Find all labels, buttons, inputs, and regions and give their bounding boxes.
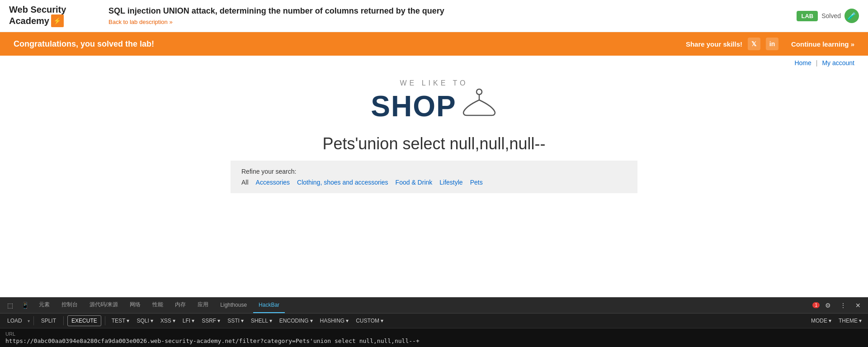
refine-link-accessories[interactable]: Accessories — [256, 179, 290, 186]
back-to-lab-link[interactable]: Back to lab description » — [108, 19, 173, 25]
banner-message: Congratulations, you solved the lab! — [14, 39, 686, 49]
refine-label: Refine your search: — [241, 168, 627, 175]
refine-links: AllAccessoriesClothing, shoes and access… — [241, 179, 627, 186]
twitter-icon[interactable]: 𝕏 — [748, 38, 760, 50]
hanger-icon — [461, 87, 497, 125]
linkedin-icon[interactable]: in — [766, 38, 778, 50]
share-label: Share your skills! — [686, 40, 742, 48]
refine-link-food-&-drink[interactable]: Food & Drink — [396, 179, 433, 186]
shop-logo: WE LIKE TO SHOP — [371, 79, 497, 125]
flask-icon: 🧪 — [844, 9, 859, 23]
shop-text-row: SHOP — [371, 87, 497, 125]
continue-link[interactable]: Continue learning » — [791, 40, 854, 48]
logo-icon: ⚡ — [51, 14, 64, 27]
nav-separator: | — [816, 59, 818, 67]
my-account-link[interactable]: My account — [822, 59, 854, 67]
lab-status: LAB Solved 🧪 — [797, 9, 859, 23]
shop-area: WE LIKE TO SHOP Pets'union select null,n… — [0, 70, 868, 198]
main-nav: Home | My account — [0, 56, 868, 70]
refine-link-all[interactable]: All — [241, 179, 249, 186]
logo: Web Security Academy ⚡ — [9, 5, 66, 27]
lab-title: SQL injection UNION attack, determining … — [108, 6, 788, 16]
banner-actions: Share your skills! 𝕏 in Continue learnin… — [686, 38, 854, 50]
refine-box: Refine your search: AllAccessoriesClothi… — [231, 161, 637, 193]
refine-link-lifestyle[interactable]: Lifestyle — [439, 179, 462, 186]
logo-line2: Academy ⚡ — [9, 14, 66, 27]
home-link[interactable]: Home — [794, 59, 811, 67]
we-like-to: WE LIKE TO — [400, 79, 468, 87]
refine-link-clothing,-shoes-and-accessories[interactable]: Clothing, shoes and accessories — [297, 179, 388, 186]
category-title: Pets'union select null,null,null-- — [322, 134, 545, 153]
orange-banner: Congratulations, you solved the lab! Sha… — [0, 32, 868, 56]
refine-link-pets[interactable]: Pets — [470, 179, 483, 186]
logo-line1: Web Security — [9, 5, 66, 14]
lab-badge: LAB — [797, 11, 818, 21]
top-header: Web Security Academy ⚡ SQL injection UNI… — [0, 0, 868, 32]
lab-info: SQL injection UNION attack, determining … — [108, 6, 788, 26]
logo-area: Web Security Academy ⚡ — [9, 5, 99, 27]
shop-text: SHOP — [371, 90, 456, 123]
svg-point-0 — [476, 89, 482, 95]
solved-text: Solved — [821, 12, 841, 19]
